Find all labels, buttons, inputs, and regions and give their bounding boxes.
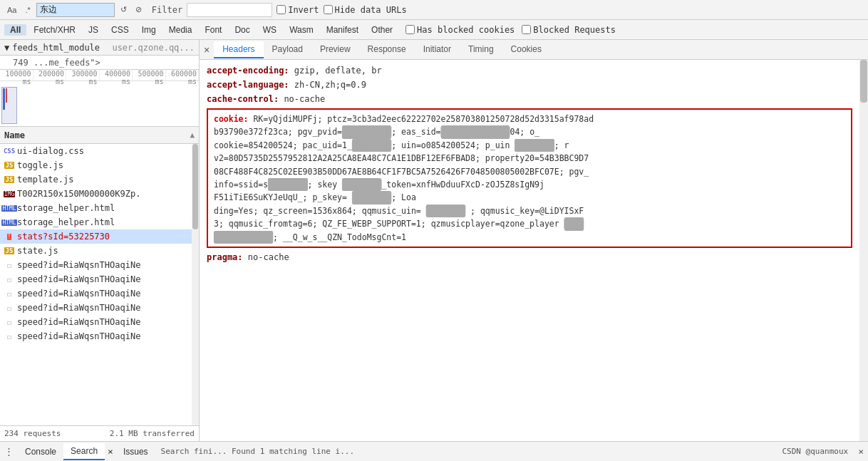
hide-data-urls-checkbox[interactable]	[324, 5, 333, 14]
blocked-requests-checkbox[interactable]	[522, 25, 531, 34]
main-area: ▼ feeds_html_module user.qzone.qq... 749…	[0, 40, 868, 441]
file-name-speed-6: speed?id=RiaWqsnTHOaqiNe	[17, 331, 187, 341]
tab-all[interactable]: All	[4, 24, 26, 36]
clear-btn[interactable]: ⊘	[133, 4, 145, 15]
file-item-storage-helper-2[interactable]: HTML storage_helper.html	[0, 215, 192, 229]
file-name-stats: stats?sId=53225730	[17, 232, 187, 242]
cookie-box: cookie: RK=yQjdiMUPFj; ptcz=3cb3ad2eec62…	[207, 108, 852, 248]
file-item-speed-1[interactable]: ☐ speed?id=RiaWqsnTHOaqiNe	[0, 258, 192, 272]
cookie-val-7: F51iTiE6SuKYJeUqU_; p_skey=	[214, 192, 347, 202]
file-item-toggle-js[interactable]: JS toggle.js	[0, 158, 192, 172]
cookie-val-9: 3; qqmusic_fromtag=6; QZ_FE_WEBP_SUPPORT…	[214, 219, 564, 229]
tab-preview[interactable]: Preview	[311, 41, 359, 58]
tab-media[interactable]: Media	[163, 24, 198, 36]
cookie-blur-7: ████████	[352, 191, 391, 204]
file-item-ui-dialog-css[interactable]: CSS ui-dialog.css	[0, 144, 192, 158]
file-item-speed-2[interactable]: ☐ speed?id=RiaWqsnTHOaqiNe	[0, 272, 192, 286]
invert-checkbox[interactable]	[277, 5, 286, 14]
tab-js[interactable]: JS	[83, 24, 104, 36]
timeline-mark-5: 500000 ms	[133, 70, 166, 81]
close-button[interactable]: ×	[200, 43, 214, 57]
console-tab[interactable]: Console	[18, 444, 63, 460]
request-tabs: × Headers Payload Preview Response Initi…	[200, 40, 868, 60]
top-toolbar: Aa .* ↺ ⊘ Filter Invert Hide data URLs	[0, 0, 868, 20]
tab-font[interactable]: Font	[199, 24, 227, 36]
tab-initiator[interactable]: Initiator	[415, 41, 460, 58]
file-icon-js-template: JS	[4, 175, 14, 185]
regex-btn[interactable]: .*	[22, 5, 33, 15]
file-item-stats[interactable]: ! stats?sId=53225730	[0, 229, 192, 244]
file-item-template-js[interactable]: JS template.js	[0, 172, 192, 187]
file-icon-api-4: ☐	[4, 303, 14, 313]
file-item-speed-4[interactable]: ☐ speed?id=RiaWqsnTHOaqiNe	[0, 301, 192, 315]
cookie-val-2b: ; eas_sid=	[391, 127, 440, 137]
reload-btn[interactable]: ↺	[118, 4, 130, 15]
header-accept-encoding-key: accept-encoding:	[207, 66, 289, 76]
file-item-speed-3[interactable]: ☐ speed?id=RiaWqsnTHOaqiNe	[0, 286, 192, 301]
file-list-scroll[interactable]: CSS ui-dialog.css JS toggle.js JS templa…	[0, 144, 192, 425]
search-input-box	[36, 3, 115, 17]
tab-doc[interactable]: Doc	[229, 24, 255, 36]
header-accept-encoding-val: gzip, deflate, br	[294, 66, 382, 76]
tab-wasm[interactable]: Wasm	[284, 24, 319, 36]
cookie-blur-3: ████████	[352, 139, 391, 152]
file-name-storage-helper-1: storage_helper.html	[17, 203, 187, 213]
file-item-storage-helper-1[interactable]: HTML storage_helper.html	[0, 201, 192, 215]
tab-img[interactable]: Img	[136, 24, 162, 36]
header-pragma: pragma: no-cache	[207, 251, 852, 264]
headers-content[interactable]: accept-encoding: gzip, deflate, br accep…	[200, 60, 859, 441]
file-item-speed-6[interactable]: ☐ speed?id=RiaWqsnTHOaqiNe	[0, 329, 192, 343]
filter-input[interactable]	[187, 3, 272, 17]
header-cache-control: cache-control: no-cache	[207, 93, 852, 105]
case-sensitive-btn[interactable]: Aa	[4, 5, 19, 15]
hide-data-urls-label: Hide data URLs	[335, 5, 407, 15]
file-name-storage-helper-2: storage_helper.html	[17, 217, 187, 227]
search-status: Search fini... Found 1 matching line i..…	[155, 447, 777, 456]
tab-payload[interactable]: Payload	[264, 41, 311, 58]
file-list-scroll-up[interactable]: ▲	[190, 130, 195, 140]
search-close-icon[interactable]: ×	[105, 446, 116, 457]
has-blocked-cookies-checkbox[interactable]	[405, 25, 415, 34]
filter-section: Filter Invert Hide data URLs	[152, 3, 864, 17]
file-list-scrollbar[interactable]	[192, 144, 199, 425]
cookie-val-3: cookie=854200524; pac_uid=1_	[214, 140, 352, 150]
bottom-bar: ⋮ Console Search × Issues Search fini...…	[0, 441, 868, 461]
cookie-blur-10: ████████████	[214, 231, 273, 244]
file-name-speed-2: speed?id=RiaWqsnTHOaqiNe	[17, 274, 187, 284]
cookie-blur-5: ████████	[268, 178, 307, 191]
blocked-requests-text: Blocked Requests	[533, 25, 616, 35]
timeline-bar-red	[6, 88, 7, 103]
bottom-close-x[interactable]: ×	[854, 446, 868, 457]
search-input[interactable]	[40, 5, 111, 15]
file-icon-api-3: ☐	[4, 289, 14, 299]
cookie-key: cookie:	[214, 114, 248, 124]
file-item-t002r[interactable]: IMG T002R150x150M000000K9Zp.	[0, 187, 192, 201]
cookie-val-5: 08CF488F4C825C02EE903B50DD67AE8B64CF1F7B…	[214, 167, 589, 177]
timeline-bar-blue	[3, 88, 5, 110]
module-name: feeds_html_module	[12, 43, 100, 53]
tab-fetch-xhr[interactable]: Fetch/XHR	[28, 24, 81, 36]
issues-tab[interactable]: Issues	[116, 444, 155, 460]
file-item-state-js[interactable]: JS state.js	[0, 244, 192, 258]
timeline-mark-6: 600000 ms	[166, 70, 200, 81]
file-icon-img: IMG	[4, 189, 14, 199]
tab-headers[interactable]: Headers	[214, 41, 263, 58]
tab-manifest[interactable]: Manifest	[321, 24, 364, 36]
tab-cookies[interactable]: Cookies	[502, 41, 550, 58]
headers-scrollbar[interactable]	[859, 60, 868, 441]
filter-tabs-bar: All Fetch/XHR JS CSS Img Media Font Doc …	[0, 20, 868, 40]
blocked-requests-label: Blocked Requests	[522, 25, 616, 35]
tab-other[interactable]: Other	[366, 24, 398, 36]
timeline-mark-1: 100000 ms	[0, 70, 33, 81]
tab-timing[interactable]: Timing	[460, 41, 502, 58]
search-tab[interactable]: Search	[63, 443, 105, 460]
header-accept-encoding: accept-encoding: gzip, deflate, br	[207, 64, 852, 77]
tab-css[interactable]: CSS	[105, 24, 135, 36]
file-icon-api-6: ☐	[4, 331, 14, 341]
file-item-speed-5[interactable]: ☐ speed?id=RiaWqsnTHOaqiNe	[0, 315, 192, 329]
has-blocked-cookies-label: Has blocked cookies	[405, 25, 515, 35]
tab-ws[interactable]: WS	[257, 24, 282, 36]
source-line-text: 749 ...me_feeds">	[13, 58, 100, 68]
tab-response[interactable]: Response	[359, 41, 415, 58]
file-icon-api-5: ☐	[4, 317, 14, 327]
